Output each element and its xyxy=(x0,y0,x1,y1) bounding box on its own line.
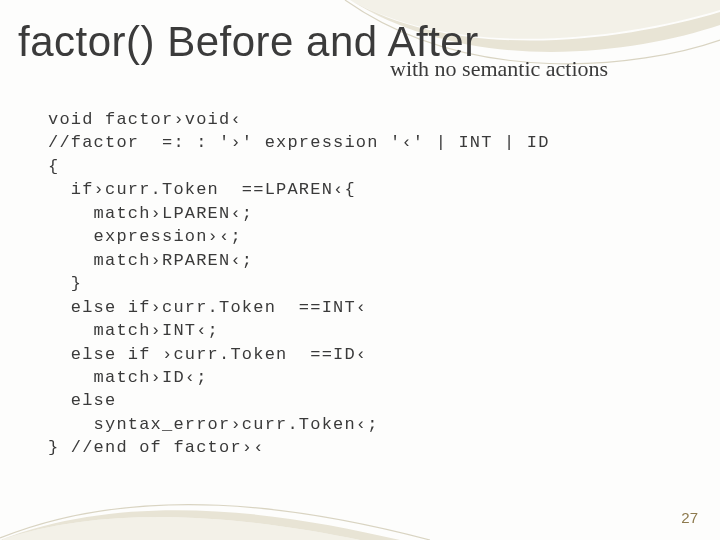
page-number: 27 xyxy=(681,509,698,526)
code-block: void factor›void‹ //factor =: : '›' expr… xyxy=(48,108,550,460)
slide-subtitle: with no semantic actions xyxy=(390,56,608,82)
slide: factor() Before and After with no semant… xyxy=(0,0,720,540)
